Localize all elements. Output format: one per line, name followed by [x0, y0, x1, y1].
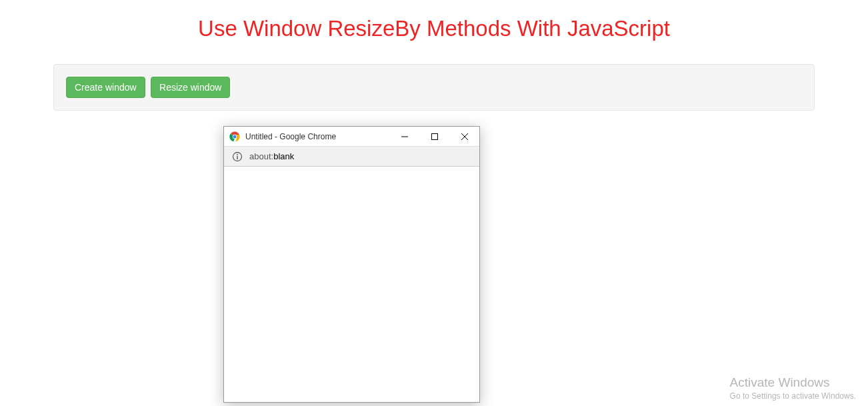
svg-rect-9: [237, 156, 238, 159]
url-path: blank: [273, 151, 294, 161]
windows-activation-watermark: Activate Windows Go to Settings to activ…: [730, 375, 856, 401]
address-bar[interactable]: about:blank: [224, 147, 479, 167]
svg-rect-4: [431, 133, 437, 139]
create-window-button[interactable]: Create window: [66, 77, 145, 98]
watermark-title: Activate Windows: [730, 375, 856, 390]
popup-window-title: Untitled - Google Chrome: [245, 132, 389, 141]
watermark-subtitle: Go to Settings to activate Windows.: [730, 391, 856, 401]
minimize-button[interactable]: [389, 127, 419, 146]
popup-window: Untitled - Google Chrome about:blank: [223, 126, 480, 403]
close-button[interactable]: [449, 127, 479, 146]
popup-titlebar[interactable]: Untitled - Google Chrome: [224, 127, 479, 147]
url-prefix: about:: [249, 151, 273, 161]
svg-point-8: [237, 154, 238, 155]
info-icon: [232, 151, 243, 162]
popup-content: [224, 167, 479, 402]
svg-point-2: [233, 135, 237, 138]
page-title: Use Window ResizeBy Methods With JavaScr…: [0, 0, 868, 53]
resize-window-button[interactable]: Resize window: [151, 77, 230, 98]
url-text: about:blank: [249, 151, 294, 161]
maximize-button[interactable]: [419, 127, 449, 146]
button-panel: Create window Resize window: [53, 64, 815, 111]
chrome-icon: [229, 131, 240, 142]
window-controls: [389, 127, 479, 146]
